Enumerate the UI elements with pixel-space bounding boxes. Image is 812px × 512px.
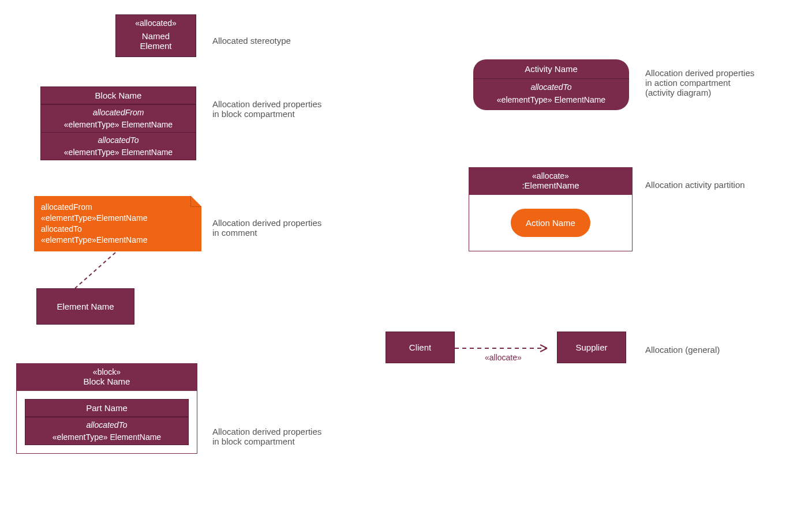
activity-allocated-to-value: «elementType» ElementName: [473, 95, 629, 110]
block-with-part-box: «block» Block Name Part Name allocatedTo…: [16, 363, 197, 454]
block-part-header: «block» Block Name: [17, 364, 197, 391]
part-name-header: Part Name: [25, 400, 188, 417]
allocated-stereotype-caption: Allocated stereotype: [212, 36, 291, 46]
part-allocated-to-value: «elementType» ElementName: [25, 432, 188, 445]
comment-line2: «elementType»ElementName: [41, 213, 194, 224]
general-caption: Allocation (general): [645, 345, 720, 355]
allocated-stereotype-box: «allocated» Named Element: [115, 14, 196, 57]
partition-caption: Allocation activity partition: [645, 180, 745, 190]
supplier-box: Supplier: [557, 332, 626, 363]
activity-caption: Allocation derived properties in action …: [645, 68, 754, 97]
named-element-line1: Named: [121, 31, 191, 41]
comment-line1: allocatedFrom: [41, 202, 194, 213]
element-name-box: Element Name: [36, 288, 134, 325]
allocated-from-label: allocatedFrom: [41, 104, 196, 120]
block-compartment-caption: Allocation derived properties in block c…: [212, 99, 321, 119]
activity-box: Activity Name allocatedTo «elementType» …: [473, 59, 629, 110]
comment-note: allocatedFrom «elementType»ElementName a…: [34, 196, 201, 251]
allocated-from-value: «elementType» ElementName: [41, 120, 196, 132]
allocated-to-value: «elementType» ElementName: [41, 148, 196, 160]
part-box: Part Name allocatedTo «elementType» Elem…: [25, 399, 189, 445]
action-pill: Action Name: [511, 209, 590, 237]
part-allocated-to-label: allocatedTo: [25, 417, 188, 432]
named-element-line2: Element: [121, 41, 191, 51]
comment-line3: allocatedTo: [41, 224, 194, 235]
block-part-caption: Allocation derived properties in block c…: [212, 427, 321, 446]
partition-header: «allocate» :ElementName: [469, 168, 632, 195]
activity-allocated-to-label: allocatedTo: [473, 79, 629, 95]
svg-line-0: [75, 253, 115, 288]
comment-line4: «elementType»ElementName: [41, 235, 194, 246]
allocate-stereotype-label: «allocate»: [485, 353, 522, 362]
activity-partition-box: «allocate» :ElementName Action Name: [469, 167, 633, 251]
block-compartment-box: Block Name allocatedFrom «elementType» E…: [40, 86, 196, 160]
stereotype-label: «allocated»: [121, 18, 191, 28]
client-box: Client: [386, 332, 455, 363]
note-connector-line: [63, 253, 133, 293]
comment-caption: Allocation derived properties in comment: [212, 218, 321, 238]
activity-name-header: Activity Name: [473, 59, 629, 79]
allocated-to-label: allocatedTo: [41, 132, 196, 148]
block-name-header: Block Name: [41, 87, 196, 104]
